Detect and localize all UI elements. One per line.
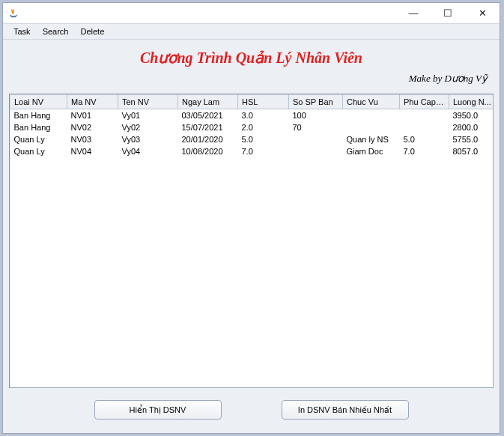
table-cell[interactable]: Giam Doc xyxy=(343,145,400,157)
table-cell[interactable]: NV01 xyxy=(67,109,118,121)
col-so-sp-ban[interactable]: So SP Ban xyxy=(289,95,343,109)
table-cell[interactable]: 7.0 xyxy=(238,145,289,157)
table-cell[interactable]: Vy03 xyxy=(118,133,178,145)
print-top-sellers-button[interactable]: In DSNV Bán Nhiều Nhất xyxy=(282,400,409,420)
table-cell[interactable] xyxy=(400,109,449,121)
table-cell[interactable]: 7.0 xyxy=(400,145,449,157)
table-scroll[interactable]: Loai NV Ma NV Ten NV Ngay Lam HSL So SP … xyxy=(10,94,493,387)
table-cell[interactable]: 2.0 xyxy=(238,121,289,133)
table-cell[interactable]: 100 xyxy=(289,109,343,121)
titlebar[interactable]: — ☐ ✕ xyxy=(3,3,500,24)
table-cell[interactable]: Vy01 xyxy=(118,109,178,121)
app-title: Chương Trình Quản Lý Nhân Viên xyxy=(9,44,494,71)
table-cell[interactable]: Vy02 xyxy=(118,121,178,133)
table-cell[interactable]: 3950.0 xyxy=(449,109,494,121)
table-cell[interactable]: 8057.0 xyxy=(449,145,494,157)
maximize-button[interactable]: ☐ xyxy=(431,3,465,24)
window-controls: — ☐ ✕ xyxy=(396,3,500,24)
table-cell[interactable]: 5.0 xyxy=(400,133,449,145)
col-phu-cap[interactable]: Phu Cap ... xyxy=(400,95,449,109)
footer: Hiển Thị DSNV In DSNV Bán Nhiều Nhất xyxy=(3,393,500,433)
header: Chương Trình Quản Lý Nhân Viên Make by D… xyxy=(3,39,500,91)
minimize-button[interactable]: — xyxy=(396,3,431,24)
table-cell[interactable]: Vy04 xyxy=(118,145,178,157)
table-cell[interactable]: NV04 xyxy=(67,145,118,157)
table-cell[interactable]: Ban Hang xyxy=(10,121,67,133)
table-cell[interactable]: Quan Ly xyxy=(10,133,67,145)
table-row[interactable]: Ban HangNV01Vy0103/05/20213.01003950.0 xyxy=(10,109,494,121)
java-icon xyxy=(7,7,19,19)
col-chuc-vu[interactable]: Chuc Vu xyxy=(343,95,400,109)
table-cell[interactable] xyxy=(343,109,400,121)
menu-delete[interactable]: Delete xyxy=(76,25,109,37)
table-cell[interactable] xyxy=(400,121,449,133)
table-cell[interactable]: Quan Ly xyxy=(10,145,67,157)
table-cell[interactable]: 10/08/2020 xyxy=(178,145,238,157)
table-cell[interactable]: Quan ly NS xyxy=(343,133,400,145)
table-cell[interactable]: 2800.0 xyxy=(449,121,494,133)
show-list-button[interactable]: Hiển Thị DSNV xyxy=(94,400,222,420)
table-cell[interactable]: 5.0 xyxy=(238,133,289,145)
table-cell[interactable]: NV02 xyxy=(67,121,118,133)
col-ma-nv[interactable]: Ma NV xyxy=(67,95,118,109)
menu-search[interactable]: Search xyxy=(38,25,73,37)
table-header-row: Loai NV Ma NV Ten NV Ngay Lam HSL So SP … xyxy=(10,95,494,109)
col-ten-nv[interactable]: Ten NV xyxy=(118,95,178,109)
table-cell[interactable]: 15/07/2021 xyxy=(178,121,238,133)
table-cell[interactable] xyxy=(343,121,400,133)
menubar: Task Search Delete xyxy=(3,24,500,39)
col-ngay-lam[interactable]: Ngay Lam xyxy=(178,95,238,109)
employee-table: Loai NV Ma NV Ten NV Ngay Lam HSL So SP … xyxy=(10,94,493,157)
table-cell[interactable]: NV03 xyxy=(67,133,118,145)
table-cell[interactable]: 5755.0 xyxy=(449,133,494,145)
table-row[interactable]: Quan LyNV03Vy0320/01/20205.0Quan ly NS5.… xyxy=(10,133,494,145)
table-cell[interactable]: 03/05/2021 xyxy=(178,109,238,121)
app-window: — ☐ ✕ Task Search Delete Chương Trình Qu… xyxy=(2,2,500,434)
table-row[interactable]: Ban HangNV02Vy0215/07/20212.0702800.0 xyxy=(10,121,494,133)
table-cell[interactable] xyxy=(289,133,343,145)
table-cell[interactable]: Ban Hang xyxy=(10,109,67,121)
table-cell[interactable]: 20/01/2020 xyxy=(178,133,238,145)
col-luong[interactable]: Luong N... xyxy=(449,95,494,109)
credit-label: Make by Dương Vỹ xyxy=(9,71,494,89)
table-cell[interactable] xyxy=(289,145,343,157)
menu-task[interactable]: Task xyxy=(9,25,35,37)
table-cell[interactable]: 3.0 xyxy=(238,109,289,121)
table-row[interactable]: Quan LyNV04Vy0410/08/20207.0Giam Doc7.08… xyxy=(10,145,494,157)
table-cell[interactable]: 70 xyxy=(289,121,343,133)
table-panel: Loai NV Ma NV Ten NV Ngay Lam HSL So SP … xyxy=(9,94,494,388)
col-loai-nv[interactable]: Loai NV xyxy=(10,95,67,109)
col-hsl[interactable]: HSL xyxy=(238,95,289,109)
close-button[interactable]: ✕ xyxy=(465,3,500,24)
